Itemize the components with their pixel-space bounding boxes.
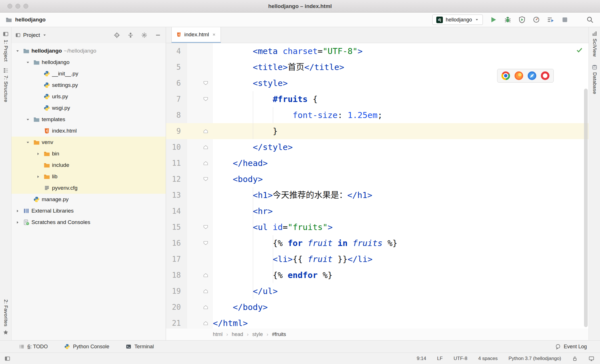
tree-item-bin[interactable]: bin <box>11 148 166 159</box>
run-anything-button[interactable] <box>547 16 554 23</box>
chevron-down-icon[interactable] <box>43 33 47 37</box>
tree-item-external-libraries[interactable]: External Libraries <box>11 205 166 217</box>
fold-down-marker[interactable] <box>187 171 213 187</box>
tree-item-index-html[interactable]: index.html <box>11 125 166 137</box>
tool-button-python-console[interactable]: Python Console <box>64 344 109 350</box>
breadcrumb-item-fruits[interactable]: #fruits <box>272 331 286 337</box>
tool-button-event-log[interactable]: Event Log <box>555 344 587 350</box>
editor-scrollbar[interactable] <box>584 89 588 327</box>
code-text[interactable]: <meta charset="UTF-8"> <box>213 43 589 59</box>
tree-item-hellodjango[interactable]: hellodjango ~/hellodjango <box>11 45 166 57</box>
fold-up-marker[interactable] <box>187 283 213 299</box>
fold-down-marker[interactable] <box>187 235 213 251</box>
tree-item-include[interactable]: include <box>11 159 166 171</box>
code-text[interactable]: <h1>今天推荐的水果是：</h1> <box>213 187 589 203</box>
python-interpreter[interactable]: Python 3.7 (hellodjango) <box>509 356 561 361</box>
sciview-pane-icon[interactable] <box>592 31 597 36</box>
code-text[interactable]: #fruits { <box>213 91 589 107</box>
code-text[interactable]: {% for fruit in fruits %} <box>213 235 589 251</box>
scrollbar-thumb[interactable] <box>584 89 588 327</box>
tree-item-venv[interactable]: venv <box>11 137 166 148</box>
debug-button[interactable] <box>504 16 511 23</box>
fold-up-marker[interactable] <box>187 139 213 155</box>
code-text[interactable]: {% endfor %} <box>213 267 589 283</box>
tool-button-project[interactable]: 1: Project <box>3 40 9 62</box>
toolwindow-toggle-icon[interactable] <box>5 356 10 361</box>
fold-up-marker[interactable] <box>187 299 213 315</box>
fold-up-marker[interactable] <box>187 267 213 283</box>
code-text[interactable]: <li>{{ fruit }}</li> <box>213 251 589 267</box>
code-editor[interactable]: 4 <meta charset="UTF-8">5 <title>首页</tit… <box>166 43 589 329</box>
chrome-icon[interactable] <box>501 71 510 80</box>
collapse-all-button[interactable] <box>127 32 134 38</box>
code-text[interactable]: </html> <box>213 315 589 329</box>
toolbar-project-name[interactable]: hellodjango <box>15 17 46 23</box>
breadcrumb-item-style[interactable]: style <box>252 331 263 337</box>
tab-index-html[interactable]: index.html <box>171 27 221 43</box>
search-everywhere-button[interactable] <box>586 16 594 23</box>
caret-position[interactable]: 9:14 <box>417 356 426 361</box>
opera-icon[interactable] <box>541 71 549 80</box>
fold-up-marker[interactable] <box>187 155 213 171</box>
project-view-title[interactable]: Project <box>23 32 40 38</box>
breadcrumb-item-head[interactable]: head <box>232 331 243 337</box>
tree-expand-arrow[interactable] <box>14 49 21 53</box>
code-text[interactable]: <ul id="fruits"> <box>213 219 589 235</box>
tree-expand-arrow[interactable] <box>24 140 31 145</box>
tree-item-wsgi-py[interactable]: wsgi.py <box>11 102 166 114</box>
tree-item-hellodjango[interactable]: hellodjango <box>11 57 166 68</box>
tool-button-structure[interactable]: 7: Structure <box>3 75 9 102</box>
fold-up-marker[interactable] <box>187 315 213 329</box>
indent-style[interactable]: 4 spaces <box>478 356 498 361</box>
inspection-ok-icon[interactable] <box>576 47 583 53</box>
monitor-icon[interactable] <box>589 356 594 361</box>
profiler-button[interactable] <box>533 16 540 23</box>
code-text[interactable]: <body> <box>213 171 589 187</box>
settings-gear-button[interactable] <box>141 32 147 38</box>
tool-button-favorites[interactable]: 2: Favorites <box>3 299 9 327</box>
zoom-window-button[interactable] <box>23 4 28 9</box>
minimize-window-button[interactable] <box>15 4 20 9</box>
tree-item-templates[interactable]: templates <box>11 114 166 125</box>
tool-button-database[interactable]: Database <box>592 72 597 94</box>
project-pane-icon[interactable] <box>3 31 9 37</box>
tree-item-lib[interactable]: lib <box>11 171 166 182</box>
tool-button-todo[interactable]: 6: TODO <box>19 344 48 350</box>
run-configuration-select[interactable]: dj hellodjango <box>432 15 483 25</box>
code-text[interactable]: </body> <box>213 299 589 315</box>
tree-collapse-arrow[interactable] <box>34 152 42 156</box>
run-button[interactable] <box>490 16 497 23</box>
tree-collapse-arrow[interactable] <box>34 175 42 179</box>
line-separator[interactable]: LF <box>437 356 443 361</box>
stop-button[interactable] <box>561 16 569 23</box>
tree-item-settings-py[interactable]: settings.py <box>11 79 166 91</box>
file-encoding[interactable]: UTF-8 <box>453 356 467 361</box>
locate-file-button[interactable] <box>114 32 120 38</box>
close-window-button[interactable] <box>7 4 12 9</box>
code-text[interactable]: </style> <box>213 139 589 155</box>
code-text[interactable]: } <box>213 123 589 139</box>
tree-collapse-arrow[interactable] <box>14 209 21 213</box>
tool-button-terminal[interactable]: Terminal <box>126 344 154 350</box>
tree-item-scratches-and-consoles[interactable]: Scratches and Consoles <box>11 217 166 228</box>
tree-collapse-arrow[interactable] <box>14 220 21 225</box>
code-text[interactable]: </ul> <box>213 283 589 299</box>
tree-item-urls-py[interactable]: urls.py <box>11 91 166 102</box>
fold-down-marker[interactable] <box>187 75 213 91</box>
code-text[interactable]: <hr> <box>213 203 589 219</box>
tree-item--init-py[interactable]: __init__.py <box>11 68 166 79</box>
close-tab-icon[interactable] <box>212 33 216 37</box>
tool-button-sciview[interactable]: SciView <box>592 39 597 57</box>
tree-expand-arrow[interactable] <box>24 60 31 65</box>
fold-up-marker[interactable] <box>187 123 213 139</box>
breadcrumb-item-html[interactable]: html <box>213 331 223 337</box>
code-text[interactable]: font-size: 1.25em; <box>213 107 589 123</box>
tree-item-pyvenv-cfg[interactable]: pyvenv.cfg <box>11 182 166 194</box>
tree-item-manage-py[interactable]: manage.py <box>11 194 166 205</box>
database-pane-icon[interactable] <box>592 64 597 70</box>
hide-panel-button[interactable] <box>155 32 161 38</box>
run-with-coverage-button[interactable] <box>518 16 526 23</box>
structure-pane-icon[interactable] <box>3 67 9 73</box>
firefox-icon[interactable] <box>515 71 523 80</box>
fold-down-marker[interactable] <box>187 91 213 107</box>
